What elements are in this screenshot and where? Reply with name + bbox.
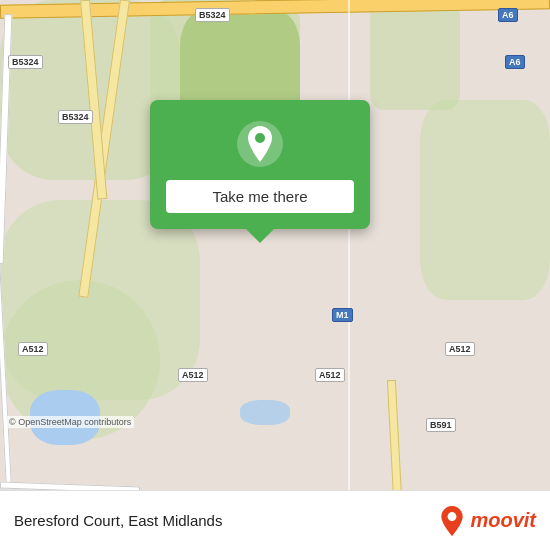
- water-2: [240, 400, 290, 425]
- svg-point-1: [255, 133, 265, 143]
- label-b5324-mid: B5324: [58, 110, 93, 124]
- label-a512-left: A512: [18, 342, 48, 356]
- moovit-logo: moovit: [438, 505, 536, 537]
- label-b5324-left: B5324: [8, 55, 43, 69]
- label-b5324-top: B5324: [195, 8, 230, 22]
- label-b591: B591: [426, 418, 456, 432]
- label-m1: M1: [332, 308, 353, 322]
- map-attribution: © OpenStreetMap contributors: [6, 416, 134, 428]
- moovit-pin-icon: [438, 505, 466, 537]
- green-area-5: [420, 100, 550, 300]
- green-area-4: [370, 0, 460, 110]
- location-pin-icon: [236, 120, 284, 168]
- svg-point-2: [448, 512, 457, 521]
- moovit-brand-text: moovit: [470, 509, 536, 532]
- road-m1-center: [348, 0, 350, 490]
- take-me-there-button[interactable]: Take me there: [166, 180, 354, 213]
- location-name: Beresford Court, East Midlands: [14, 512, 222, 529]
- label-a512-mid1: A512: [178, 368, 208, 382]
- label-a512-mid2: A512: [315, 368, 345, 382]
- map-container: B5324 A6 B5324 B5324 A6 A512 A512 A512 A…: [0, 0, 550, 490]
- label-a6-right: A6: [505, 55, 525, 69]
- popup-card: Take me there: [150, 100, 370, 229]
- label-a512-right: A512: [445, 342, 475, 356]
- label-a6-top: A6: [498, 8, 518, 22]
- bottom-bar: Beresford Court, East Midlands moovit: [0, 490, 550, 550]
